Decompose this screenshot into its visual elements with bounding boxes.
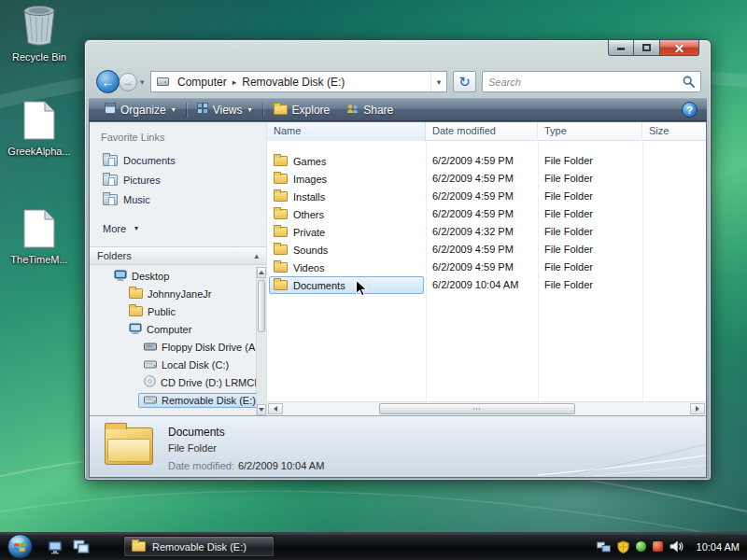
taskbar-button-label: Removable Disk (E:) [152, 541, 247, 553]
security-shield-icon[interactable] [617, 540, 629, 553]
recycle-bin-icon [21, 5, 57, 48]
minimize-button[interactable] [608, 40, 634, 56]
scrollbar-thumb[interactable] [258, 280, 265, 332]
search-input[interactable] [488, 77, 683, 88]
maximize-button[interactable] [634, 40, 660, 56]
tree-label: CD Drive (D:) LRMCF [161, 377, 256, 388]
organize-icon [105, 103, 116, 117]
folder-icon [274, 227, 288, 237]
desktop-icon-greekalpha[interactable]: GreekAlpha... [5, 101, 74, 158]
quick-launch-icon-2[interactable] [73, 539, 90, 554]
column-header-name[interactable]: Name [267, 122, 426, 141]
file-row-installs[interactable]: Installs 6/2/2009 4:59 PM File Folder [267, 188, 706, 205]
refresh-button[interactable]: ↻ [453, 71, 476, 92]
document-icon [23, 209, 55, 250]
details-title: Documents [168, 426, 324, 439]
system-tray: 10:04 AM [597, 540, 740, 553]
breadcrumb[interactable]: Computer ▸ Removable Disk (E:) ▾ [150, 71, 447, 92]
chevron-down-icon: ▾ [172, 105, 176, 114]
user-folder-icon [129, 288, 143, 299]
column-header-type[interactable]: Type [538, 122, 642, 141]
horizontal-scrollbar[interactable] [267, 401, 706, 415]
refresh-icon: ↻ [458, 74, 471, 91]
network-icon[interactable] [597, 541, 611, 553]
breadcrumb-current[interactable]: Removable Disk (E:) [237, 76, 349, 89]
help-button[interactable]: ? [682, 102, 698, 118]
file-row-documents-selected[interactable]: Documents 6/2/2009 10:04 AM File Folder [267, 276, 706, 294]
search-icon[interactable] [683, 76, 695, 88]
favorite-documents[interactable]: Documents [90, 150, 266, 170]
taskbar-window-button[interactable]: Removable Disk (E:) [123, 536, 275, 557]
file-row-sounds[interactable]: Sounds 6/2/2009 4:59 PM File Folder [267, 241, 706, 259]
tree-item-cd-drive-d[interactable]: CD Drive (D:) LRMCF [90, 373, 256, 391]
navigation-bar: ← → ▾ Computer ▸ Removable Disk (E:) ▾ ↻ [89, 66, 707, 98]
scrollbar-thumb[interactable] [379, 403, 575, 414]
tree-item-public[interactable]: Public [90, 302, 256, 320]
main-content: Favorite Links Documents Pictures Music … [90, 122, 706, 415]
desktop-icon-thetimem[interactable]: TheTimeM... [5, 209, 74, 266]
tree-label: JohnnyJaneJr [148, 288, 212, 300]
quick-launch-icon-1[interactable] [48, 539, 64, 554]
favorite-music[interactable]: Music [90, 189, 266, 209]
tree-item-local-disk-c[interactable]: Local Disk (C:) [90, 356, 256, 373]
column-header-size[interactable]: Size [642, 122, 706, 141]
pictures-folder-icon [103, 175, 118, 186]
more-link[interactable]: More ▾ [90, 218, 266, 238]
favorite-label: Documents [123, 155, 176, 166]
share-button[interactable]: Share [340, 101, 400, 119]
favorite-label: Music [123, 194, 150, 205]
scroll-down-arrow[interactable] [257, 404, 266, 415]
cd-disc-icon [144, 375, 156, 389]
column-header-date-modified[interactable]: Date modified [426, 122, 538, 141]
tree-item-johnnyjanejr[interactable]: JohnnyJaneJr [90, 285, 256, 302]
breadcrumb-dropdown[interactable]: ▾ [430, 72, 446, 91]
scroll-left-arrow[interactable] [268, 403, 283, 414]
views-icon [197, 103, 208, 117]
back-button[interactable]: ← [96, 70, 120, 93]
status-green-icon[interactable] [636, 541, 646, 552]
forward-arrow-icon: → [123, 77, 134, 88]
explore-button[interactable]: Explore [267, 101, 337, 119]
volume-icon[interactable] [669, 540, 684, 553]
favorite-pictures[interactable]: Pictures [90, 170, 266, 189]
file-row-games[interactable]: Games 6/2/2009 4:59 PM File Folder [267, 152, 706, 170]
removable-drive-icon [144, 395, 157, 406]
folders-title: Folders [97, 250, 132, 261]
tree-label: Desktop [132, 271, 169, 282]
close-button[interactable] [660, 40, 699, 56]
views-button[interactable]: Views ▾ [190, 100, 259, 119]
tree-item-computer[interactable]: Computer [90, 320, 256, 338]
file-row-videos[interactable]: Videos 6/2/2009 4:59 PM File Folder [267, 259, 706, 276]
file-row-private[interactable]: Private 6/2/2009 4:32 PM File Folder [267, 223, 706, 241]
explorer-window: ← → ▾ Computer ▸ Removable Disk (E:) ▾ ↻… [84, 39, 712, 481]
tree-label: Local Disk (C:) [162, 359, 229, 371]
tree-scrollbar[interactable] [256, 267, 266, 415]
file-row-others[interactable]: Others 6/2/2009 4:59 PM File Folder [267, 205, 706, 223]
favorite-label: Pictures [123, 175, 161, 186]
details-date-line: Date modified:6/2/2009 10:04 AM [168, 460, 324, 471]
folder-icon [274, 174, 288, 184]
recent-pages-dropdown[interactable]: ▾ [140, 77, 145, 87]
floppy-drive-icon [144, 342, 157, 353]
scroll-right-arrow[interactable] [690, 403, 705, 414]
tree-label: Floppy Disk Drive (A [162, 342, 255, 353]
file-row-images[interactable]: Images 6/2/2009 4:59 PM File Folder [267, 170, 706, 188]
tree-item-floppy-drive[interactable]: Floppy Disk Drive (A [90, 338, 256, 356]
windows-orb-icon [7, 534, 33, 559]
maximize-icon [642, 44, 651, 51]
tree-item-desktop[interactable]: Desktop [90, 267, 256, 285]
desktop-icon-recycle-bin[interactable]: Recycle Bin [5, 5, 74, 63]
tree-item-removable-disk-e[interactable]: Removable Disk (E:) [90, 391, 256, 409]
desktop-icon-label: TheTimeM... [10, 254, 67, 266]
start-button[interactable] [7, 534, 33, 559]
organize-button[interactable]: Organize ▾ [98, 100, 182, 119]
details-type: File Folder [168, 442, 324, 454]
command-toolbar: Organize ▾ Views ▾ Explore Share ? [89, 98, 707, 121]
folders-band[interactable]: Folders ▴ [90, 246, 266, 265]
forward-button[interactable]: → [119, 73, 137, 91]
taskbar-clock[interactable]: 10:04 AM [697, 541, 740, 553]
status-red-icon[interactable] [653, 541, 663, 552]
public-folder-icon [129, 306, 143, 316]
scroll-up-arrow[interactable] [257, 267, 266, 278]
breadcrumb-computer[interactable]: Computer [173, 76, 232, 89]
